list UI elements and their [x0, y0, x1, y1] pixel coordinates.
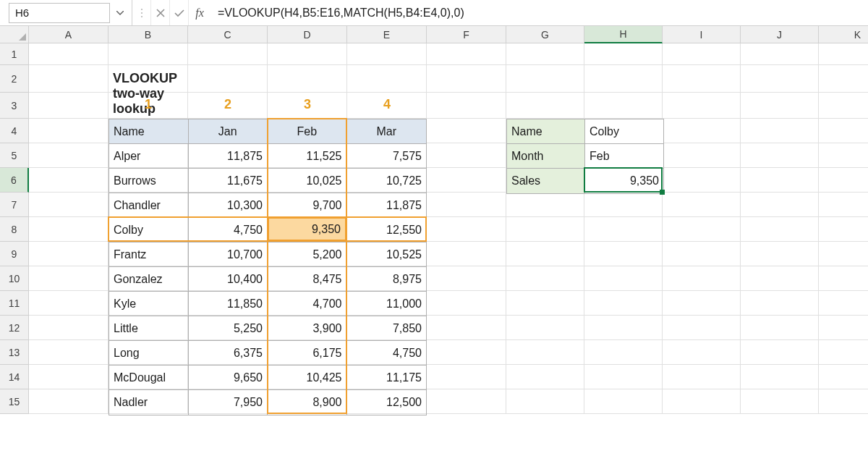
- chevron-down-icon[interactable]: [113, 3, 127, 23]
- table-cell[interactable]: 9,350: [268, 218, 347, 242]
- table-header-cell: Name: [109, 119, 189, 144]
- enter-icon[interactable]: [170, 0, 189, 25]
- row-header-8[interactable]: 8: [0, 217, 29, 242]
- row-header-4[interactable]: 4: [0, 119, 29, 143]
- table-cell[interactable]: McDougal: [109, 366, 189, 390]
- table-cell[interactable]: 3,900: [268, 316, 347, 341]
- row-header-3[interactable]: 3: [0, 93, 29, 119]
- table-cell[interactable]: Colby: [109, 218, 189, 242]
- row-header-14[interactable]: 14: [0, 365, 29, 389]
- column-number-label: 1: [109, 97, 188, 112]
- column-header-I[interactable]: I: [663, 26, 741, 43]
- table-cell[interactable]: Burrows: [109, 169, 189, 193]
- table-cell[interactable]: 10,300: [189, 193, 268, 218]
- table-cell[interactable]: 10,400: [189, 267, 268, 292]
- column-header-E[interactable]: E: [347, 26, 427, 43]
- table-cell[interactable]: Kyle: [109, 292, 189, 316]
- row-header-2[interactable]: 2: [0, 65, 29, 93]
- table-cell[interactable]: 11,675: [189, 169, 268, 193]
- row-header-5[interactable]: 5: [0, 143, 29, 168]
- lookup-value[interactable]: Colby: [585, 119, 663, 144]
- row-header-6[interactable]: 6: [0, 168, 29, 193]
- table-cell[interactable]: 10,025: [268, 169, 347, 193]
- column-header-G[interactable]: G: [506, 26, 584, 43]
- table-cell[interactable]: Little: [109, 316, 189, 341]
- table-row: Little5,2503,9007,850: [109, 316, 426, 341]
- table-row: Alper11,87511,5257,575: [109, 144, 426, 169]
- table-cell[interactable]: 5,200: [268, 242, 347, 267]
- table-cell[interactable]: 11,850: [189, 292, 268, 316]
- name-box-wrap: H6: [0, 0, 132, 25]
- table-row: Colby4,7509,35012,550: [109, 218, 426, 242]
- svg-point-0: [141, 9, 142, 10]
- formula-input[interactable]: =VLOOKUP(H4,B5:E16,MATCH(H5,B4:E4,0),0): [210, 0, 868, 25]
- table-cell[interactable]: 10,700: [189, 242, 268, 267]
- table-cell[interactable]: 7,575: [347, 144, 427, 169]
- table-cell[interactable]: 9,700: [268, 193, 347, 218]
- table-cell[interactable]: 4,750: [347, 341, 427, 366]
- table-cell[interactable]: Long: [109, 341, 189, 366]
- table-cell[interactable]: Chandler: [109, 193, 189, 218]
- table-header-cell: Mar: [347, 119, 427, 144]
- table-cell[interactable]: 6,175: [268, 341, 347, 366]
- column-header-D[interactable]: D: [268, 26, 347, 43]
- column-header-J[interactable]: J: [741, 26, 819, 43]
- table-cell[interactable]: 10,725: [347, 169, 427, 193]
- select-all-corner[interactable]: [0, 26, 29, 43]
- column-header-C[interactable]: C: [188, 26, 268, 43]
- table-row: Long6,3756,1754,750: [109, 341, 426, 366]
- lookup-label: Name: [507, 119, 585, 144]
- row-header-11[interactable]: 11: [0, 291, 29, 316]
- table-cell[interactable]: 11,875: [189, 144, 268, 169]
- formula-bar: H6 fx =VLOOKUP(H4,B5:E16,MATCH(H5,B4:E4,…: [0, 0, 868, 26]
- lookup-value[interactable]: 9,350: [585, 169, 663, 193]
- row-header-1[interactable]: 1: [0, 43, 29, 65]
- column-number-label: 3: [268, 97, 347, 112]
- column-header-B[interactable]: B: [109, 26, 188, 43]
- table-cell[interactable]: 7,850: [347, 316, 427, 341]
- table-cell[interactable]: 10,525: [347, 242, 427, 267]
- table-row: Nadler7,9508,90012,500: [109, 390, 426, 415]
- row-header-12[interactable]: 12: [0, 316, 29, 340]
- table-cell[interactable]: 8,900: [268, 390, 347, 415]
- table-row: Gonzalez10,4008,4758,975: [109, 267, 426, 292]
- column-number-label: 4: [347, 97, 427, 112]
- table-cell[interactable]: 4,750: [189, 218, 268, 242]
- svg-point-1: [141, 12, 142, 14]
- table-cell[interactable]: 12,500: [347, 390, 427, 415]
- table-cell[interactable]: 8,975: [347, 267, 427, 292]
- table-cell[interactable]: 5,250: [189, 316, 268, 341]
- column-header-F[interactable]: F: [427, 26, 506, 43]
- table-cell[interactable]: 11,525: [268, 144, 347, 169]
- table-cell[interactable]: 11,175: [347, 366, 427, 390]
- table-row: Burrows11,67510,02510,725: [109, 169, 426, 193]
- row-header-15[interactable]: 15: [0, 389, 29, 414]
- column-header-K[interactable]: K: [819, 26, 868, 43]
- fx-icon[interactable]: fx: [189, 0, 210, 25]
- svg-point-2: [141, 16, 142, 17]
- table-cell[interactable]: 8,475: [268, 267, 347, 292]
- row-header-9[interactable]: 9: [0, 242, 29, 266]
- cancel-icon[interactable]: [151, 0, 170, 25]
- table-cell[interactable]: 9,650: [189, 366, 268, 390]
- table-cell[interactable]: 4,700: [268, 292, 347, 316]
- table-cell[interactable]: Gonzalez: [109, 267, 189, 292]
- name-box[interactable]: H6: [9, 3, 110, 23]
- lookup-value[interactable]: Feb: [585, 144, 663, 169]
- column-header-H[interactable]: H: [584, 26, 663, 43]
- table-cell[interactable]: 11,875: [347, 193, 427, 218]
- table-cell[interactable]: Nadler: [109, 390, 189, 415]
- column-header-A[interactable]: A: [29, 26, 109, 43]
- row-header-13[interactable]: 13: [0, 340, 29, 365]
- table-cell[interactable]: 6,375: [189, 341, 268, 366]
- table-cell[interactable]: 11,000: [347, 292, 427, 316]
- table-row: Chandler10,3009,70011,875: [109, 193, 426, 218]
- table-cell[interactable]: 12,550: [347, 218, 427, 242]
- table-cell[interactable]: Frantz: [109, 242, 189, 267]
- column-number-label: 2: [188, 97, 268, 112]
- table-cell[interactable]: 7,950: [189, 390, 268, 415]
- table-cell[interactable]: Alper: [109, 144, 189, 169]
- row-header-10[interactable]: 10: [0, 266, 29, 291]
- table-cell[interactable]: 10,425: [268, 366, 347, 390]
- row-header-7[interactable]: 7: [0, 193, 29, 217]
